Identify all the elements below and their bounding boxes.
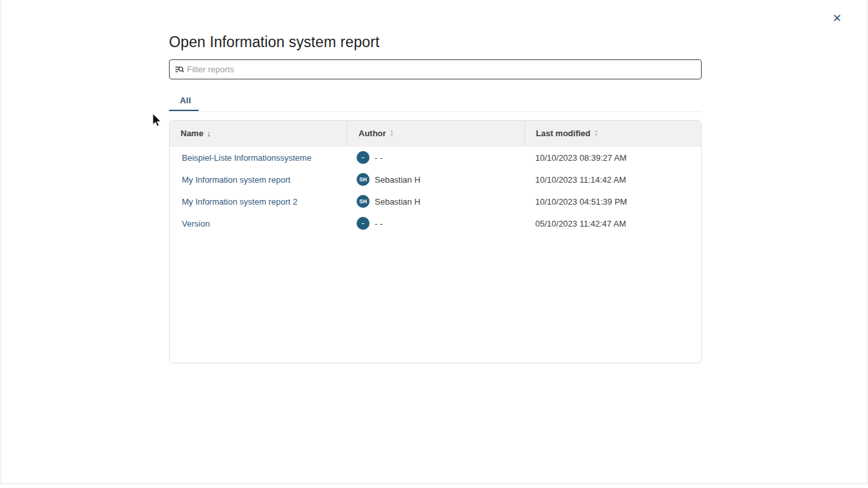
sort-both-icon: ▲ ▼ (595, 130, 598, 137)
table-header-row: Name ↓ Author ▲ ▼ Last modified ▲ ▼ (170, 121, 701, 147)
last-modified-value: 10/10/2023 08:39:27 AM (535, 153, 627, 163)
reports-table: Name ↓ Author ▲ ▼ Last modified ▲ ▼ (169, 120, 702, 363)
sort-both-icon: ▲ ▼ (390, 130, 394, 137)
table-body: Beispiel-Liste Informationssysteme – - -… (170, 147, 701, 234)
author-avatar: – (357, 151, 370, 164)
table-row: Version – - - 05/10/2023 11:42:47 AM (170, 212, 701, 234)
tab-all[interactable]: All (169, 90, 202, 110)
report-name-link[interactable]: My Information system report (182, 175, 290, 185)
column-header-name-label: Name (181, 128, 203, 138)
column-header-last-modified-label: Last modified (536, 128, 591, 138)
column-header-last-modified[interactable]: Last modified ▲ ▼ (524, 121, 702, 146)
column-header-author[interactable]: Author ▲ ▼ (347, 121, 524, 146)
tab-bar: All (169, 90, 702, 112)
report-name-link[interactable]: My Information system report 2 (182, 197, 297, 207)
table-row: My Information system report 2 SH Sebast… (170, 190, 701, 212)
column-header-author-label: Author (359, 128, 386, 138)
author-avatar: – (357, 217, 370, 230)
last-modified-value: 10/10/2023 04:51:39 PM (535, 197, 627, 207)
filter-reports-input[interactable] (187, 65, 696, 74)
screen: ✕ Open Information system report All (0, 0, 868, 488)
author-name: - - (375, 153, 382, 163)
last-modified-value: 10/10/2023 11:14:42 AM (535, 175, 626, 185)
open-report-dialog: ✕ Open Information system report All (1, 0, 867, 484)
table-row: My Information system report SH Sebastia… (170, 168, 701, 190)
sort-descending-icon: ↓ (206, 129, 211, 137)
author-avatar: SH (357, 195, 370, 208)
close-icon[interactable]: ✕ (829, 10, 845, 26)
column-header-name[interactable]: Name ↓ (170, 121, 347, 146)
report-name-link[interactable]: Beispiel-Liste Informationssysteme (182, 153, 311, 163)
dialog-title: Open Information system report (169, 34, 379, 51)
last-modified-value: 05/10/2023 11:42:47 AM (535, 219, 626, 229)
author-avatar: SH (357, 173, 370, 186)
author-name: Sebastian H (375, 175, 420, 185)
filter-input-container (169, 59, 702, 79)
tab-bar-divider (169, 111, 702, 112)
table-row: Beispiel-Liste Informationssysteme – - -… (170, 147, 701, 168)
filter-search-icon (175, 65, 184, 74)
author-name: Sebastian H (375, 197, 420, 207)
report-name-link[interactable]: Version (182, 219, 210, 229)
author-name: - - (375, 219, 382, 229)
